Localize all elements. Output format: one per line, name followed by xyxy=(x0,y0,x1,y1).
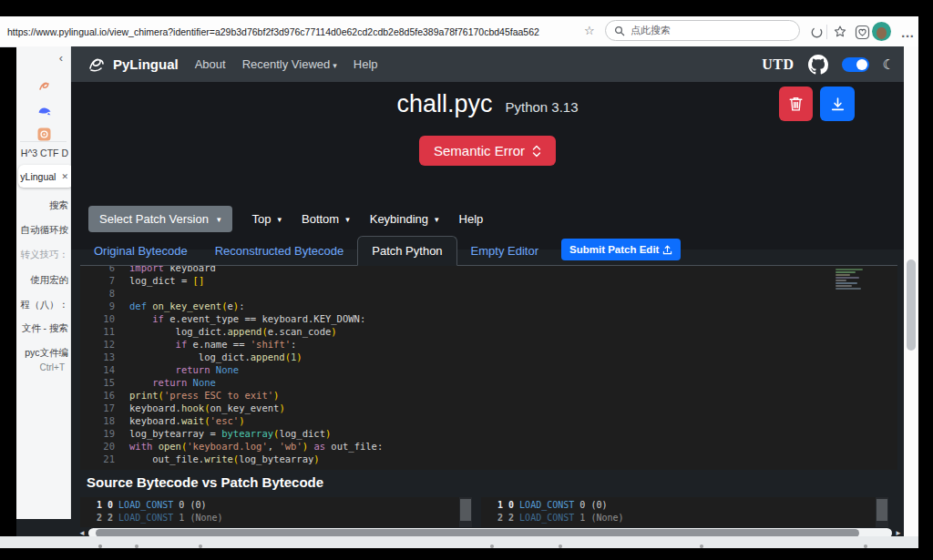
brand-name: PyLingual xyxy=(113,56,179,72)
sidebar-divider xyxy=(20,141,67,142)
code-editor[interactable]: 6import keyboard7log_dict = []89def on_k… xyxy=(80,266,897,470)
new-tab-shortcut: Ctrl+T xyxy=(16,362,65,372)
compare-section-title: Source Bytecode vs Patch Bytecode xyxy=(87,474,323,490)
sidebar-tab[interactable]: 文件 - 搜索 xyxy=(16,322,68,335)
sidebar-tab[interactable]: 自动循环按 xyxy=(16,224,68,237)
bytecode-left: 1 0 LOAD_CONST 0 (0)2 2 LOAD_CONST 1 (No… xyxy=(80,499,472,524)
menu-bottom[interactable]: Bottom▾ xyxy=(302,212,350,226)
sidebar-tab[interactable]: 转义技巧： xyxy=(16,249,68,261)
sidebar-tab[interactable]: 使用宏的 xyxy=(16,274,68,287)
source-bytecode-panel[interactable]: 1 0 LOAD_CONST 0 (0)2 2 LOAD_CONST 1 (No… xyxy=(80,497,472,527)
download-button[interactable] xyxy=(820,87,855,121)
trash-icon xyxy=(788,96,804,112)
sidebar-collapse-icon[interactable]: ‹ xyxy=(59,51,63,65)
scrollbar-thumb[interactable] xyxy=(877,499,887,521)
chevron-down-icon: ▾ xyxy=(333,61,337,70)
tab-patch-python[interactable]: Patch Python xyxy=(357,236,456,266)
profile-avatar[interactable] xyxy=(872,22,891,41)
scroll-left-arrow[interactable]: ◄ xyxy=(78,529,86,536)
favorite-star-icon[interactable]: ☆ xyxy=(584,24,595,37)
patch-bytecode-panel[interactable]: 1 0 LOAD_CONST 0 (0)2 2 LOAD_CONST 1 (No… xyxy=(481,497,888,527)
browser-refresh-icon[interactable] xyxy=(807,23,825,41)
nav-about[interactable]: About xyxy=(195,57,226,71)
close-icon[interactable]: ✕ xyxy=(61,172,68,181)
menu-keybinding[interactable]: Keybinding▾ xyxy=(370,212,439,226)
pylingual-logo-icon xyxy=(87,56,106,74)
squiggle-app-icon[interactable] xyxy=(37,79,52,94)
upload-icon xyxy=(662,245,672,255)
page-title-filename: chall.pyc xyxy=(396,90,492,117)
browser-toolbar: https://www.pylingual.io/view_chimera?id… xyxy=(0,16,918,47)
sidebar-tab[interactable]: H^3 CTF D xyxy=(16,148,68,160)
sidebar-tab[interactable]: 程（八）： xyxy=(16,299,68,311)
chevron-down-icon: ▾ xyxy=(345,215,350,224)
sidebar-tab-active[interactable]: yLingual ✕ xyxy=(18,165,74,188)
editor-toolbar: Select Patch Version▾ Top▾ Bottom▾ Keybi… xyxy=(88,206,483,232)
status-badge-button[interactable]: Semantic Error xyxy=(419,136,556,166)
url-bar[interactable]: https://www.pylingual.io/view_chimera?id… xyxy=(7,26,539,37)
search-placeholder: 点此搜索 xyxy=(631,24,671,37)
avatar-image xyxy=(877,27,887,39)
nav-recently-viewed[interactable]: Recently Viewed▾ xyxy=(242,57,337,71)
vertical-tabs-sidebar: ‹ H^3 CTF D yLingual ✕ 搜索 自动循环按 转义技巧： 使用… xyxy=(16,46,71,519)
toggle-knob xyxy=(856,59,867,70)
page-scrollbar-thumb[interactable] xyxy=(907,260,916,351)
scrollbar-track[interactable] xyxy=(88,528,892,536)
search-icon xyxy=(614,25,625,36)
scroll-right-arrow[interactable]: ► xyxy=(895,529,902,536)
orange-app-icon[interactable] xyxy=(37,127,52,142)
tab-reconstructed-bytecode[interactable]: Reconstructed Bytecode xyxy=(201,237,358,265)
tab-original-bytecode[interactable]: Original Bytecode xyxy=(80,237,201,265)
delete-button[interactable] xyxy=(779,87,813,121)
dark-mode-moon-icon[interactable]: ☾ xyxy=(883,56,895,73)
select-patch-version-button[interactable]: Select Patch Version▾ xyxy=(88,206,232,232)
download-icon xyxy=(830,97,846,112)
active-tab-label: yLingual xyxy=(20,171,56,182)
minimap[interactable] xyxy=(834,268,872,304)
taskbar-sliver xyxy=(0,536,918,548)
toolbar-divider xyxy=(826,25,827,39)
scrollbar-thumb[interactable] xyxy=(96,529,859,536)
python-version: Python 3.13 xyxy=(505,99,578,115)
browser-essentials-icon[interactable] xyxy=(853,23,871,41)
horizontal-scrollbar[interactable]: ◄ ► xyxy=(78,527,902,536)
browser-menu-icon[interactable]: … xyxy=(898,23,917,41)
collections-icon[interactable] xyxy=(831,23,849,41)
nav-help[interactable]: Help xyxy=(354,57,378,71)
menu-help[interactable]: Help xyxy=(459,212,484,226)
site-navbar: PyLingual About Recently Viewed▾ Help UT… xyxy=(71,46,904,82)
whale-app-icon[interactable] xyxy=(37,104,52,118)
theme-toggle[interactable] xyxy=(842,57,869,72)
github-icon[interactable] xyxy=(808,55,828,75)
code-lines: 6import keyboard7log_dict = []89def on_k… xyxy=(80,266,897,465)
page-scrollbar[interactable] xyxy=(904,46,918,536)
sidebar-tab[interactable]: 搜索 xyxy=(16,199,68,212)
menu-top[interactable]: Top▾ xyxy=(252,212,282,226)
editor-tabs: Original Bytecode Reconstructed Bytecode… xyxy=(80,235,897,266)
navbar-right: UTD ☾ xyxy=(762,55,895,75)
search-box[interactable]: 点此搜索 xyxy=(605,20,800,41)
chevron-down-icon: ▾ xyxy=(217,215,221,224)
submit-patch-edit-button[interactable]: Submit Patch Edit xyxy=(561,239,681,260)
pylingual-page: PyLingual About Recently Viewed▾ Help UT… xyxy=(71,46,904,536)
brand[interactable]: PyLingual xyxy=(87,56,179,74)
left-panel-scrollbar[interactable] xyxy=(459,497,472,527)
scrollbar-thumb[interactable] xyxy=(460,499,471,521)
right-panel-scrollbar[interactable] xyxy=(876,497,888,527)
chevron-down-icon: ▾ xyxy=(277,215,282,224)
unfold-icon xyxy=(532,145,541,158)
tab-empty-editor[interactable]: Empty Editor xyxy=(457,237,552,265)
sidebar-tab[interactable]: pyc文件编 xyxy=(16,347,68,360)
bytecode-right: 1 0 LOAD_CONST 0 (0)2 2 LOAD_CONST 1 (No… xyxy=(481,499,888,524)
chevron-down-icon: ▾ xyxy=(435,215,439,224)
utd-logo[interactable]: UTD xyxy=(762,56,794,73)
